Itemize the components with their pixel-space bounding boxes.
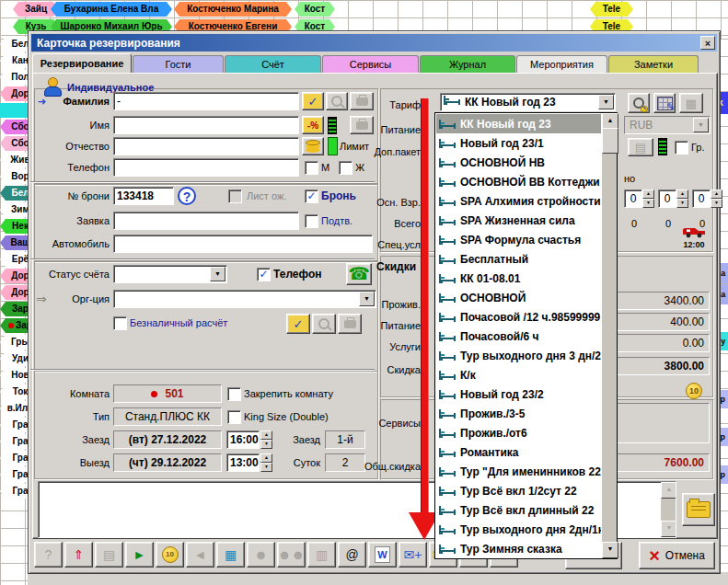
request-input[interactable] <box>113 212 299 230</box>
toolbar-button-email[interactable]: @ <box>338 542 366 568</box>
tariff-option[interactable]: КК 01-08.01 <box>436 269 601 288</box>
close-button[interactable]: × <box>700 36 715 50</box>
cashless-card-button[interactable]: ✓ <box>286 314 310 334</box>
checkout-time-input[interactable]: 13:00 <box>226 453 260 472</box>
tab-invoice[interactable]: Счёт <box>225 55 321 73</box>
tariff-option[interactable]: SPA Жизненная сила <box>436 211 601 230</box>
booking-checkbox[interactable]: ✓ <box>305 189 318 203</box>
payments-button[interactable] <box>302 137 324 155</box>
phone-input[interactable] <box>113 158 299 177</box>
toolbar-button-help[interactable]: ? <box>34 542 63 568</box>
fix-room-checkbox[interactable] <box>227 387 241 401</box>
adults-spinner-1[interactable]: 0 <box>624 189 642 208</box>
spinner-2[interactable]: ▲▼ <box>676 189 688 208</box>
confirmed-checkbox[interactable] <box>305 214 318 228</box>
spinner-1[interactable]: ▲▼ <box>642 189 654 208</box>
tariff-combo[interactable]: КК Новый год 23 ▼ <box>440 93 616 111</box>
cashless-checkbox[interactable] <box>113 316 127 330</box>
edit-card-button[interactable]: ✓ <box>302 92 324 110</box>
tab-journal[interactable]: Журнал <box>420 55 515 73</box>
adults-spinner-3[interactable]: 0 <box>692 189 711 208</box>
room-type-field[interactable]: Станд.ПЛЮС КК <box>113 407 222 426</box>
tariff-option[interactable]: Романтика <box>436 442 601 462</box>
tariff-option[interactable]: SPA Алхимия стройности <box>436 191 601 211</box>
toolbar-button-mail-add[interactable]: ✉+ <box>399 542 427 568</box>
adults-spinner-2[interactable]: 0 <box>658 189 676 208</box>
group-checkbox[interactable] <box>675 141 688 155</box>
chevron-down-icon[interactable]: ▼ <box>210 267 225 281</box>
toolbar-button-undo[interactable]: ◄ <box>186 542 214 568</box>
organization-combo[interactable]: ▼ <box>113 290 376 308</box>
question-icon[interactable]: ? <box>178 187 196 205</box>
waitlist-checkbox[interactable] <box>228 189 242 203</box>
account-status-combo[interactable]: ▼ <box>113 265 227 283</box>
tab-reservation[interactable]: Резервирование <box>32 53 132 73</box>
checkin-time-spinner[interactable]: ▲▼ <box>260 430 272 449</box>
toolbar-button-guest-payment[interactable]: 10 <box>156 542 184 568</box>
tariff-option[interactable]: Прожив./от6 <box>436 423 601 442</box>
tariff-option[interactable]: К/к <box>436 365 601 384</box>
toolbar-button-journal[interactable]: ▥ <box>307 542 336 568</box>
tariff-option[interactable]: Почасовой/6 ч <box>436 327 601 346</box>
tariff-option[interactable]: Тур Всё вкл 1/2сут 22 <box>436 481 601 500</box>
scrollbar-thumb[interactable] <box>602 128 618 154</box>
toolbar-button-export[interactable]: ⇑ <box>64 542 93 568</box>
scroll-up-icon[interactable]: ▲ <box>661 482 676 499</box>
tariff-edit-button[interactable] <box>653 93 676 113</box>
tariff-option[interactable]: Тур "Для именинников 22 <box>436 462 601 481</box>
room-field[interactable]: 501 <box>113 384 222 403</box>
spinner-3[interactable]: ▲▼ <box>711 189 722 208</box>
toolbar-button-new-document[interactable]: ▤ <box>95 542 123 568</box>
tab-notes[interactable]: Заметки <box>608 55 699 73</box>
booking-tag-kostyuchenko-m[interactable]: Костюченко Марина <box>174 2 292 17</box>
find-guest-button[interactable] <box>326 92 348 110</box>
tariff-option[interactable]: Тур выходного дня 3 дн/2 <box>436 346 601 365</box>
patronymic-input[interactable] <box>113 137 299 155</box>
notes-scrollbar[interactable]: ▲ ▼ <box>661 482 676 537</box>
dialog-titlebar[interactable]: Карточка резервирования × <box>31 34 717 52</box>
tab-guests[interactable]: Гости <box>133 55 224 73</box>
tariff-search-button[interactable] <box>628 93 650 113</box>
male-checkbox[interactable] <box>305 161 318 175</box>
documents-folder-button[interactable] <box>682 493 715 526</box>
tariff-option[interactable]: ОСНОВНОЙ ВВ Коттеджи <box>436 172 601 191</box>
tariff-option[interactable]: Новый год 23/2 <box>436 384 601 404</box>
package-doc-button[interactable]: ▤ <box>628 138 653 156</box>
tariff-extra-button[interactable]: ▩ <box>679 93 703 113</box>
phone-search-button[interactable]: ☎ <box>346 263 372 285</box>
chevron-down-icon[interactable]: ▼ <box>598 95 614 109</box>
tariff-option[interactable]: SPA Формула счастья <box>436 230 601 249</box>
king-size-checkbox[interactable] <box>227 410 241 424</box>
transfer-widget[interactable]: 12:00 <box>678 226 710 249</box>
tariff-option[interactable]: Тур выходного дня 2дн/1н <box>436 520 601 539</box>
tariff-option[interactable]: Бесплатный <box>436 249 601 269</box>
dropdown-scrollbar[interactable]: ▲ ▼ <box>602 113 617 558</box>
cashless-search-button[interactable] <box>312 314 336 334</box>
car-input[interactable] <box>113 235 373 253</box>
female-checkbox[interactable] <box>339 161 352 175</box>
surname-input[interactable]: - <box>113 92 299 110</box>
phone-flag-checkbox[interactable]: ✓ <box>257 268 271 281</box>
checkin-date-field[interactable]: (вт) 27.12.2022 <box>113 430 222 449</box>
tariff-option[interactable]: Новый год 23/1 <box>436 133 601 153</box>
booking-tag-tele1[interactable]: Tele <box>590 2 633 17</box>
first-name-input[interactable] <box>113 116 299 134</box>
scroll-down-icon[interactable]: ▼ <box>661 521 676 537</box>
tariff-option[interactable]: ОСНОВНОЙ <box>436 288 601 307</box>
coin-icon[interactable]: 10 <box>686 383 702 399</box>
toolbar-button-check-in[interactable]: ► <box>125 542 154 568</box>
toolbar-button-calculator[interactable]: ▦ <box>216 542 245 568</box>
toolbar-button-guest[interactable]: ☻ <box>247 542 275 568</box>
checkin-time-input[interactable]: 16:00 <box>226 430 260 449</box>
tariff-option[interactable]: Тур Зимняя сказка <box>436 539 601 557</box>
booking-tag-bukharina[interactable]: Бухарина Елена Вла <box>51 2 172 17</box>
booking-tag-kost1[interactable]: Кост <box>295 2 335 17</box>
keycard-icon[interactable] <box>328 117 337 134</box>
tariff-option[interactable]: Почасовой /12 ч.98599999 <box>436 307 601 327</box>
toolbar-button-word-export[interactable]: W <box>368 542 397 568</box>
toolbar-button-guest-group[interactable]: ☻☻ <box>277 542 306 568</box>
scroll-down-icon[interactable]: ▼ <box>602 542 618 558</box>
checkout-date-field[interactable]: (чт) 29.12.2022 <box>113 453 222 472</box>
tariff-option[interactable]: КК Новый год 23 <box>436 114 601 133</box>
tab-services[interactable]: Сервисы <box>322 55 419 73</box>
